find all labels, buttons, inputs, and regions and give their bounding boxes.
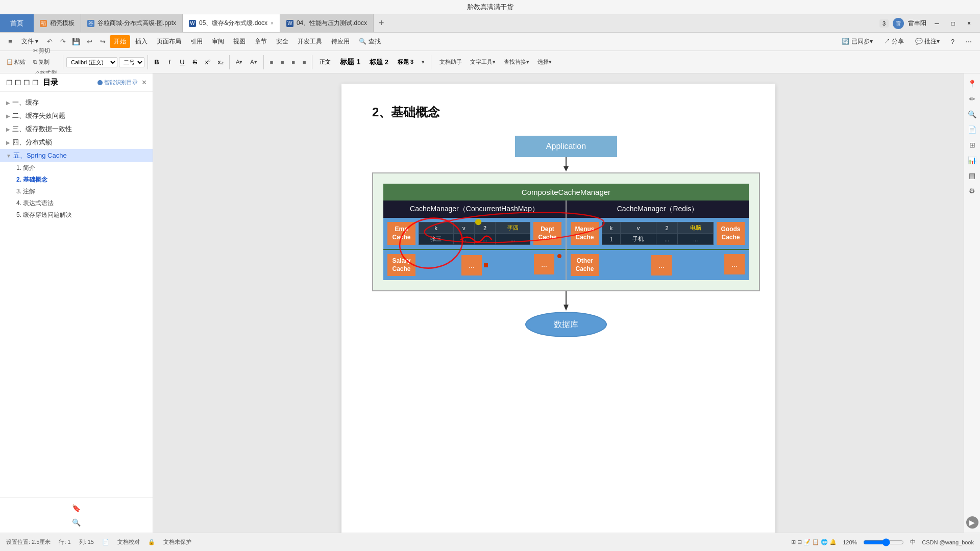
window-maximize[interactable]: □	[947, 20, 959, 27]
text-tool-button[interactable]: 文字工具▾	[467, 57, 499, 67]
menu-more[interactable]: ⋯	[962, 36, 976, 47]
toc-item-4[interactable]: ▶ 四、分布式锁	[0, 136, 153, 149]
toc-label-1: 一、缓存	[12, 98, 39, 107]
ai-toc-label[interactable]: 智能识别目录	[97, 79, 138, 86]
outline-icon-1[interactable]: ☐	[6, 79, 13, 87]
title-bar: 胎教真满满干货	[0, 0, 980, 14]
rp-edit-icon[interactable]: ✏	[966, 93, 978, 105]
toc-sub-5[interactable]: 5. 缓存穿透问题解决	[0, 209, 153, 221]
toc-item-5[interactable]: ▼ 五、Spring Cache	[0, 149, 153, 162]
menu-insert[interactable]: 插入	[131, 35, 152, 48]
cut-label: 剪切	[39, 47, 50, 55]
highlight-button[interactable]: A▾	[247, 57, 260, 67]
status-bar: 设置位置: 2.5厘米 行: 1 列: 15 📄 文档校对 🔒 文档未保护 ⊞ …	[0, 533, 980, 551]
toc-item-2[interactable]: ▶ 二、缓存失效问题	[0, 109, 153, 122]
strikethrough-button[interactable]: S̶	[189, 57, 201, 68]
cache-manager-concurrent: CacheManager（ConcurrentHashMap） EmpCache…	[383, 201, 567, 280]
goods-cache-label: GoodsCache	[717, 222, 745, 245]
menu-share[interactable]: ↗ 分享	[880, 35, 908, 48]
style-h1[interactable]: 标题 1	[336, 57, 364, 68]
tab-ppt[interactable]: 谷 谷粒商城-分布式高级-图.pptx	[81, 14, 183, 32]
style-normal[interactable]: 正文	[315, 57, 335, 67]
superscript-button[interactable]: x²	[202, 57, 213, 68]
outline-icon-3[interactable]: ☐	[23, 79, 30, 87]
redo2-icon[interactable]: ↪	[96, 36, 109, 48]
menu-security[interactable]: 安全	[272, 35, 292, 48]
cut-button[interactable]: ✂ 剪切	[30, 45, 60, 56]
menu-layout[interactable]: 页面布局	[153, 35, 185, 48]
menu-search[interactable]: 🔍 查找	[355, 35, 384, 48]
cache-manager-redis: CacheManager（Redis） MenusCache kv2电脑	[567, 201, 749, 280]
toc-sub-4[interactable]: 4. 表达式语法	[0, 197, 153, 209]
save-icon[interactable]: 💾	[70, 36, 82, 48]
window-close[interactable]: ×	[963, 20, 975, 27]
subscript-button[interactable]: x₂	[215, 57, 226, 68]
rp-layout-icon[interactable]: ▤	[966, 169, 978, 182]
toc-item-1[interactable]: ▶ 一、缓存	[0, 96, 153, 109]
menu-comment[interactable]: 💬 批注▾	[911, 35, 944, 48]
rp-search-icon[interactable]: 🔍	[966, 108, 978, 120]
outline-icon-2[interactable]: ☐	[15, 79, 21, 87]
paste-button[interactable]: 📋 粘贴	[3, 57, 29, 67]
tab-add-button[interactable]: +	[374, 14, 389, 32]
menu-start[interactable]: 开始	[110, 35, 130, 48]
tab-home-label: 首页	[10, 19, 23, 28]
menu-dev[interactable]: 开发工具	[293, 35, 326, 48]
select-button[interactable]: 选择▾	[534, 57, 555, 67]
menu-view[interactable]: 视图	[229, 35, 250, 48]
menu-chapter[interactable]: 章节	[251, 35, 271, 48]
zoom-slider[interactable]	[863, 538, 904, 546]
status-position: 设置位置: 2.5厘米	[6, 538, 51, 546]
font-color-button[interactable]: A▾	[233, 57, 246, 67]
underline-button[interactable]: U	[177, 57, 188, 68]
font-family-select[interactable]: Calibri (正文)	[66, 57, 117, 67]
doc-assistant-button[interactable]: 文档助手	[436, 57, 465, 67]
style-h3[interactable]: 标题 3	[394, 57, 418, 67]
doc-area[interactable]: 2、基础概念 Application	[153, 73, 964, 533]
menu-ref[interactable]: 引用	[186, 35, 207, 48]
menu-review[interactable]: 审阅	[208, 35, 228, 48]
menu-help[interactable]: ?	[947, 36, 959, 47]
toc-sub-1[interactable]: 1. 简介	[0, 162, 153, 174]
outline-icon-4[interactable]: ☐	[32, 79, 39, 87]
rp-settings-icon[interactable]: ⚙	[966, 185, 978, 197]
find-replace-button[interactable]: 查找替换▾	[501, 57, 532, 67]
tab-doc-active[interactable]: W 05、缓存&分布式缓.docx ×	[183, 14, 280, 32]
tab-shell[interactable]: 稻 稻壳模板	[34, 14, 81, 32]
sidebar-icon-bookmark[interactable]: 🔖	[70, 502, 83, 514]
rp-nav-icon[interactable]: 📍	[966, 78, 978, 90]
window-minimize[interactable]: ─	[930, 20, 943, 27]
menu-hamburger-icon[interactable]: ≡	[4, 36, 16, 48]
rp-format-icon[interactable]: 📄	[966, 123, 978, 136]
rp-video-icon[interactable]: ▶	[966, 516, 978, 529]
copy-button[interactable]: ⧉ 复制	[30, 57, 60, 67]
status-brand: CSDN @wang_book	[922, 539, 974, 545]
menu-sync[interactable]: 🔄 已同步▾	[838, 35, 876, 48]
toc-sub-3[interactable]: 3. 注解	[0, 186, 153, 197]
sidebar-close-button[interactable]: ×	[142, 78, 146, 87]
align-right[interactable]: ≡	[289, 58, 298, 67]
align-justify[interactable]: ≡	[300, 58, 309, 67]
separator-4	[263, 55, 264, 69]
toc-sub-2[interactable]: 2. 基础概念	[0, 174, 153, 186]
application-box: Application	[515, 136, 617, 157]
style-h2[interactable]: 标题 2	[365, 57, 393, 68]
more-styles-button[interactable]: ▾	[419, 57, 428, 67]
align-left[interactable]: ≡	[267, 58, 276, 67]
goods-dots-box: ...	[724, 254, 745, 274]
menu-bar: ≡ 文件 ▾ ↶ ↷ 💾 ↩ ↪ 开始 插入 页面布局 引用 审阅 视图 章节 …	[0, 33, 980, 51]
rp-chart-icon[interactable]: 📊	[966, 154, 978, 166]
other-dots-container: ...	[602, 254, 721, 276]
toc-item-3[interactable]: ▶ 三、缓存数据一致性	[0, 122, 153, 136]
tab-doc-active-close[interactable]: ×	[271, 20, 274, 26]
bold-button[interactable]: B	[151, 57, 162, 68]
tab-home[interactable]: 首页	[0, 14, 34, 32]
sidebar-icon-search[interactable]: 🔍	[70, 516, 83, 529]
tab-doc-2[interactable]: W 04、性能与压力测试.docx	[280, 14, 374, 32]
italic-button[interactable]: I	[164, 57, 175, 68]
font-size-select[interactable]: 二号	[119, 57, 144, 67]
menu-app[interactable]: 待应用	[327, 35, 354, 48]
undo2-icon[interactable]: ↩	[83, 36, 95, 48]
align-center[interactable]: ≡	[278, 58, 287, 67]
rp-table-icon[interactable]: ⊞	[966, 139, 978, 151]
